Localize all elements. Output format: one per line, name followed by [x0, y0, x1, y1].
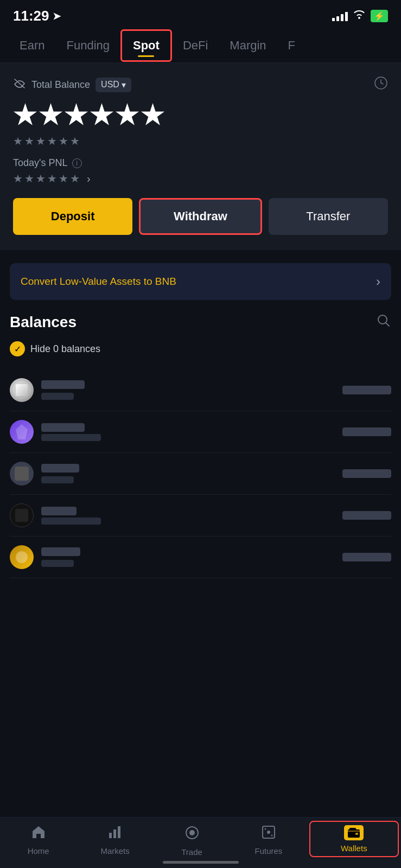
- status-icons: ⚡: [332, 10, 388, 22]
- tab-f[interactable]: F: [277, 29, 306, 62]
- nav-futures[interactable]: Futures: [230, 825, 307, 857]
- coin-name-blurred: [41, 547, 80, 556]
- list-item[interactable]: [10, 453, 391, 495]
- markets-icon: [108, 825, 122, 843]
- total-balance-text: Total Balance: [31, 79, 90, 91]
- list-item[interactable]: [10, 411, 391, 453]
- convert-banner[interactable]: Convert Low-Value Assets to BNB ›: [10, 263, 391, 300]
- nav-trade[interactable]: Trade: [154, 825, 230, 857]
- withdraw-button[interactable]: Withdraw: [139, 198, 262, 235]
- tab-funding[interactable]: Funding: [55, 29, 120, 62]
- time-display: 11:29: [13, 8, 49, 24]
- coin-icon: [10, 503, 34, 527]
- action-buttons: Deposit Withdraw Transfer: [13, 198, 388, 235]
- coin-sub-blurred: [41, 434, 101, 441]
- balance-section: Total Balance USD ▾ ★★★★★★ ★★★★★★ Today'…: [0, 63, 401, 250]
- pnl-value-row[interactable]: ★★★★★★ ›: [13, 172, 388, 185]
- signal-strength-icon: [332, 11, 348, 21]
- pnl-info-icon[interactable]: i: [72, 158, 82, 168]
- coin-sub-blurred: [41, 518, 101, 525]
- hide-balance-icon[interactable]: [13, 79, 26, 91]
- coin-icon: [10, 378, 34, 402]
- balance-sub-value: ★★★★★★: [13, 135, 388, 148]
- tab-margin[interactable]: Margin: [219, 29, 277, 62]
- coin-name-blurred: [41, 380, 85, 389]
- balance-list: [10, 369, 391, 578]
- pnl-label-row: Today's PNL i: [13, 157, 388, 169]
- svg-rect-12: [355, 833, 358, 835]
- svg-point-8: [267, 831, 270, 834]
- battery-icon: ⚡: [371, 10, 388, 22]
- convert-banner-text: Convert Low-Value Assets to BNB: [21, 276, 176, 288]
- home-indicator: [163, 861, 239, 864]
- pnl-value: ★★★★★★: [13, 172, 81, 185]
- coin-name-blurred: [41, 423, 85, 432]
- balances-title: Balances: [10, 314, 77, 331]
- coin-balance-blurred: [342, 386, 391, 394]
- tab-spot[interactable]: Spot: [120, 29, 172, 62]
- deposit-button[interactable]: Deposit: [13, 198, 132, 235]
- coin-name-blurred: [41, 464, 79, 473]
- wallet-icon: [344, 825, 364, 840]
- pnl-chevron-icon: ›: [87, 173, 91, 185]
- svg-rect-4: [118, 826, 120, 838]
- status-bar: 11:29 ➤ ⚡: [0, 0, 401, 29]
- coin-icon: [10, 420, 34, 444]
- list-item[interactable]: [10, 495, 391, 537]
- coin-sub-blurred: [41, 560, 74, 567]
- coin-balance-blurred: [342, 511, 391, 520]
- pnl-label: Today's PNL: [13, 157, 68, 169]
- location-icon: ➤: [53, 10, 61, 22]
- svg-rect-3: [113, 829, 116, 838]
- home-icon: [31, 825, 46, 843]
- bottom-navigation: Home Markets Trade: [0, 817, 401, 868]
- convert-arrow-icon: ›: [376, 274, 380, 289]
- history-icon[interactable]: [374, 76, 388, 93]
- transfer-button[interactable]: Transfer: [269, 198, 388, 235]
- tab-defi[interactable]: DeFi: [172, 29, 219, 62]
- coin-sub-blurred: [41, 476, 74, 483]
- trade-icon: [184, 825, 200, 844]
- list-item[interactable]: [10, 369, 391, 411]
- wifi-icon: [353, 10, 365, 22]
- coin-balance-blurred: [342, 469, 391, 478]
- balance-value: ★★★★★★: [13, 100, 388, 130]
- coin-sub-blurred: [41, 393, 74, 400]
- nav-wallets[interactable]: Wallets: [309, 821, 399, 857]
- balances-header: Balances: [10, 313, 391, 331]
- svg-point-6: [189, 830, 195, 835]
- currency-selector[interactable]: USD ▾: [96, 78, 131, 92]
- balance-header: Total Balance USD ▾: [13, 76, 388, 93]
- nav-markets[interactable]: Markets: [77, 825, 153, 857]
- tab-navigation: Earn Funding Spot DeFi Margin F: [0, 29, 401, 63]
- nav-markets-label: Markets: [100, 846, 129, 856]
- status-time: 11:29 ➤: [13, 8, 61, 24]
- svg-rect-2: [109, 833, 112, 838]
- coin-balance-blurred: [342, 427, 391, 436]
- balance-label: Total Balance USD ▾: [13, 78, 131, 92]
- nav-wallets-label: Wallets: [341, 844, 367, 853]
- svg-point-9: [264, 828, 266, 830]
- nav-home-label: Home: [28, 846, 49, 856]
- futures-icon: [262, 825, 276, 843]
- list-item[interactable]: [10, 537, 391, 578]
- coin-balance-blurred: [342, 553, 391, 561]
- coin-icon: [10, 545, 34, 569]
- nav-home[interactable]: Home: [0, 825, 77, 857]
- svg-point-10: [271, 835, 272, 837]
- coin-name-blurred: [41, 507, 77, 515]
- tab-earn[interactable]: Earn: [9, 29, 55, 62]
- hide-zero-row[interactable]: ✓ Hide 0 balances: [10, 341, 391, 356]
- coin-icon: [10, 462, 34, 486]
- hide-zero-checkbox[interactable]: ✓: [10, 341, 25, 356]
- nav-futures-label: Futures: [254, 846, 282, 856]
- nav-trade-label: Trade: [181, 847, 202, 857]
- balances-section: Balances ✓ Hide 0 balances: [0, 313, 401, 578]
- hide-zero-label: Hide 0 balances: [30, 343, 100, 355]
- search-icon[interactable]: [376, 313, 391, 331]
